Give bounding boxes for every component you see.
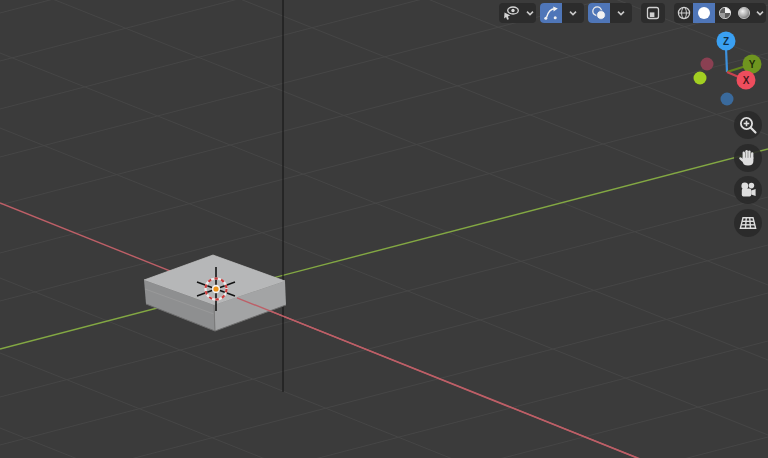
gizmo-z-label: Z <box>723 36 729 47</box>
gizmo-neg-y-ball[interactable] <box>694 72 707 85</box>
wireframe-sphere-icon <box>676 5 692 21</box>
pointer-eye-icon <box>503 5 520 21</box>
rendered-sphere-icon <box>736 5 752 21</box>
zoom-button[interactable] <box>734 111 762 139</box>
material-preview-sphere-icon <box>717 5 733 21</box>
grid-line <box>0 53 768 253</box>
grid-line <box>0 197 768 397</box>
overlays-icon <box>591 5 607 21</box>
object-visibility-dropdown[interactable] <box>523 3 536 23</box>
grid-line <box>0 245 768 445</box>
gizmo-x-label: X <box>743 75 750 86</box>
show-gizmo-group <box>540 3 584 23</box>
gizmo-icon <box>543 5 559 21</box>
chevron-down-icon <box>755 9 765 17</box>
grid-line <box>0 128 768 435</box>
chevron-down-icon <box>616 9 626 17</box>
magnifier-plus-icon <box>738 115 758 135</box>
toggle-projection-button[interactable] <box>734 209 762 237</box>
show-gizmo-button[interactable] <box>540 3 562 23</box>
shading-solid-button[interactable] <box>693 3 715 23</box>
grid-line <box>0 353 768 458</box>
grid-line <box>0 428 768 458</box>
shading-dropdown[interactable] <box>753 3 766 23</box>
show-overlays-group <box>588 3 632 23</box>
navigation-gizmo[interactable]: Z Y X <box>688 26 764 110</box>
shading-rendered-button[interactable] <box>734 3 753 23</box>
toggle-xray-button[interactable] <box>641 3 665 23</box>
grid-line <box>0 5 768 205</box>
grid-line <box>0 278 768 458</box>
shading-wireframe-button[interactable] <box>674 3 693 23</box>
floor-grid <box>0 0 768 458</box>
gizmo-y-label: Y <box>749 59 756 70</box>
grid-line <box>0 437 768 458</box>
gizmo-z-line <box>726 48 727 72</box>
camera-icon <box>738 180 758 200</box>
x-axis-line <box>0 203 768 458</box>
object-visibility-group <box>499 3 536 23</box>
grid-line <box>0 293 768 458</box>
grid-line <box>0 53 768 360</box>
object-visibility-button[interactable] <box>499 3 523 23</box>
x-axis-line-foreground <box>237 298 637 458</box>
gizmo-neg-x-ball[interactable] <box>701 58 714 71</box>
gizmo-z-ball[interactable]: Z <box>717 32 736 51</box>
show-gizmo-dropdown[interactable] <box>562 3 584 23</box>
show-overlays-dropdown[interactable] <box>610 3 632 23</box>
shading-modes-group <box>674 3 766 23</box>
camera-view-button[interactable] <box>734 176 762 204</box>
pan-button[interactable] <box>734 144 762 172</box>
xray-icon <box>645 5 661 21</box>
viewport-3d[interactable] <box>0 0 768 458</box>
grid-line <box>0 0 768 285</box>
perspective-grid-icon <box>738 213 758 233</box>
gizmo-x-ball[interactable]: X <box>737 71 756 90</box>
chevron-down-icon <box>525 9 535 17</box>
viewport-header-toolbar <box>495 3 766 23</box>
gizmo-neg-z-ball[interactable] <box>721 93 734 106</box>
shading-material-button[interactable] <box>715 3 734 23</box>
solid-sphere-icon <box>696 5 712 21</box>
show-overlays-button[interactable] <box>588 3 610 23</box>
cursor-center-dot <box>213 286 218 291</box>
hand-icon <box>738 148 758 168</box>
chevron-down-icon <box>568 9 578 17</box>
toggle-xray-group <box>641 3 665 23</box>
